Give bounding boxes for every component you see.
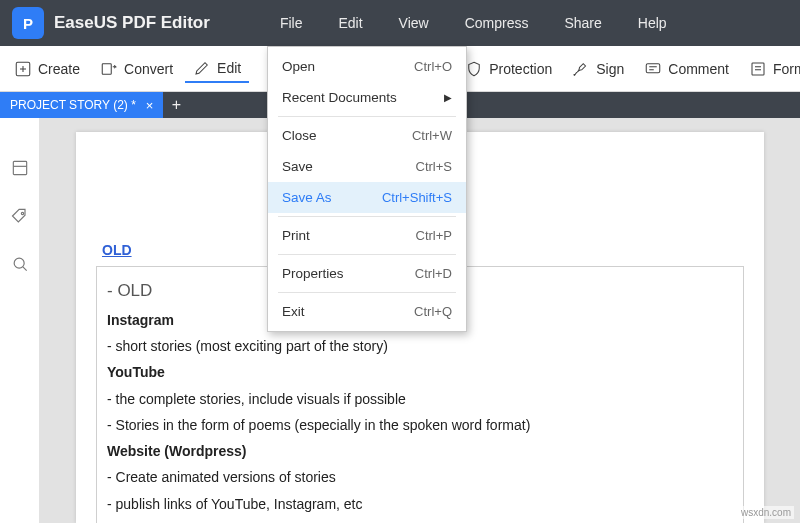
menuitem-open-label: Open [282,59,315,74]
doc-line-ig: - short stories (most exciting part of t… [107,336,733,356]
menu-separator [278,116,456,117]
menuitem-save[interactable]: Save Ctrl+S [268,151,466,182]
document-tab[interactable]: PROJECT STORY (2) * × [0,92,163,118]
menuitem-save-as[interactable]: Save As Ctrl+Shift+S [268,182,466,213]
menuitem-exit-label: Exit [282,304,305,319]
comment-icon [644,60,662,78]
svg-line-14 [22,267,26,271]
menuitem-recent-documents[interactable]: Recent Documents ▶ [268,82,466,113]
doc-h-website: Website (Wordpress) [107,441,733,461]
tool-convert[interactable]: Convert [92,56,181,82]
svg-rect-7 [752,63,764,75]
side-panel [0,118,40,523]
pen-icon [572,60,590,78]
submenu-arrow-icon: ▶ [444,92,452,103]
svg-point-13 [14,258,24,268]
menuitem-close-shortcut: Ctrl+W [412,128,452,143]
menuitem-open-shortcut: Ctrl+O [414,59,452,74]
menuitem-exit-shortcut: Ctrl+Q [414,304,452,319]
app-logo: P [12,7,44,39]
menu-bar: File Edit View Compress Share Help [280,15,667,31]
tool-protection[interactable]: Protection [457,56,560,82]
tab-close-icon[interactable]: × [146,98,154,113]
menuitem-print-label: Print [282,228,310,243]
document-tab-title: PROJECT STORY (2) * [10,98,136,112]
doc-line-w2: - publish links of YouTube, Instagram, e… [107,494,733,514]
app-title: EaseUS PDF Editor [54,13,210,33]
tool-sign-label: Sign [596,61,624,77]
tag-icon[interactable] [10,206,30,226]
menu-help[interactable]: Help [638,15,667,31]
menuitem-save-label: Save [282,159,313,174]
watermark: wsxdn.com [738,506,794,519]
tool-comment[interactable]: Comment [636,56,737,82]
svg-rect-3 [102,63,111,74]
file-dropdown-menu: Open Ctrl+O Recent Documents ▶ Close Ctr… [267,46,467,332]
plus-square-icon [14,60,32,78]
doc-line-w1: - Create animated versions of stories [107,467,733,487]
tool-forms-label: Forms [773,61,800,77]
search-icon[interactable] [10,254,30,274]
title-bar: P EaseUS PDF Editor File Edit View Compr… [0,0,800,46]
menuitem-recent-label: Recent Documents [282,90,397,105]
menu-share[interactable]: Share [564,15,601,31]
menuitem-close-label: Close [282,128,317,143]
menuitem-save-as-label: Save As [282,190,332,205]
shield-icon [465,60,483,78]
menu-separator [278,216,456,217]
form-icon [749,60,767,78]
menu-file[interactable]: File [280,15,303,31]
menu-compress[interactable]: Compress [465,15,529,31]
menuitem-open[interactable]: Open Ctrl+O [268,51,466,82]
menu-edit[interactable]: Edit [338,15,362,31]
svg-point-12 [21,212,23,214]
tool-edit[interactable]: Edit [185,55,249,83]
tool-comment-label: Comment [668,61,729,77]
tool-forms[interactable]: Forms [741,56,800,82]
menu-separator [278,292,456,293]
tool-edit-label: Edit [217,60,241,76]
thumbnails-icon[interactable] [10,158,30,178]
menuitem-save-as-shortcut: Ctrl+Shift+S [382,190,452,205]
menuitem-save-shortcut: Ctrl+S [416,159,452,174]
tool-create[interactable]: Create [6,56,88,82]
doc-line-yt1: - the complete stories, include visuals … [107,389,733,409]
menuitem-print[interactable]: Print Ctrl+P [268,220,466,251]
svg-rect-4 [647,63,661,72]
menuitem-close[interactable]: Close Ctrl+W [268,120,466,151]
menu-separator [278,254,456,255]
convert-icon [100,60,118,78]
doc-line-yt2: - Stories in the form of poems (especial… [107,415,733,435]
menuitem-print-shortcut: Ctrl+P [416,228,452,243]
tab-add-button[interactable]: + [163,92,189,118]
menuitem-properties-shortcut: Ctrl+D [415,266,452,281]
tool-create-label: Create [38,61,80,77]
menu-view[interactable]: View [399,15,429,31]
svg-rect-10 [13,161,26,174]
doc-h-youtube: YouTube [107,362,733,382]
menuitem-properties[interactable]: Properties Ctrl+D [268,258,466,289]
pencil-icon [193,59,211,77]
menuitem-properties-label: Properties [282,266,344,281]
menuitem-exit[interactable]: Exit Ctrl+Q [268,296,466,327]
doc-link-old[interactable]: OLD [102,242,132,258]
tool-sign[interactable]: Sign [564,56,632,82]
tool-convert-label: Convert [124,61,173,77]
tool-protection-label: Protection [489,61,552,77]
